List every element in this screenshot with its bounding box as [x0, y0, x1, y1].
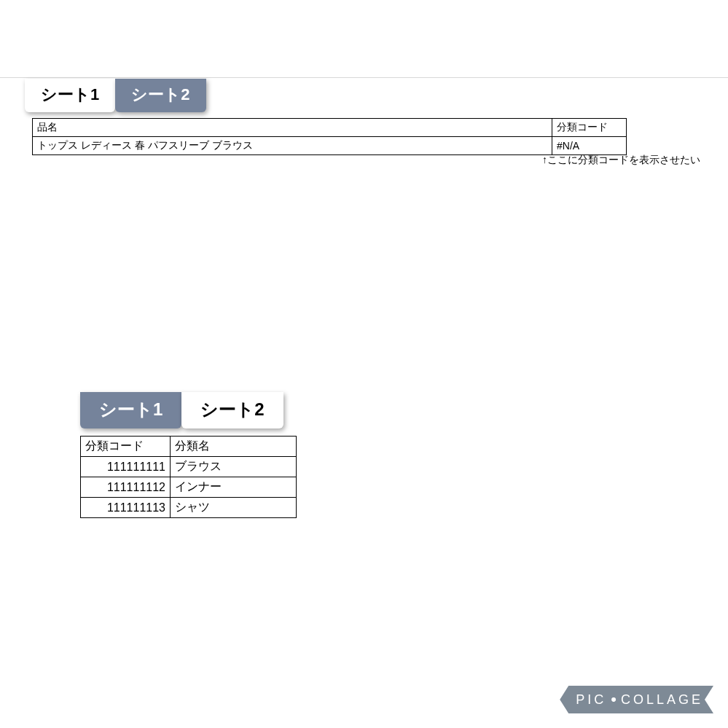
header-product-name: 品名: [33, 119, 552, 137]
cell-name[interactable]: シャツ: [171, 498, 297, 518]
lower-table: 分類コード 分類名 111111111 ブラウス 111111112 インナー …: [80, 436, 297, 518]
cell-code[interactable]: 111111113: [81, 498, 171, 518]
watermark-dot-icon: •: [611, 690, 617, 709]
cell-name[interactable]: インナー: [171, 477, 297, 498]
divider: [0, 77, 728, 78]
header-class-code: 分類コード: [81, 437, 171, 457]
table-row: トップス レディース 春 パフスリーブ ブラウス #N/A: [33, 137, 627, 155]
header-class-code: 分類コード: [552, 119, 627, 137]
table-row: 分類コード 分類名: [81, 437, 297, 457]
table-row: 111111112 インナー: [81, 477, 297, 498]
page-root: { "upper": { "tabs": [ { "label": "シート1"…: [0, 0, 728, 728]
table-row: 111111111 ブラウス: [81, 457, 297, 477]
cell-name[interactable]: ブラウス: [171, 457, 297, 477]
watermark-pic-collage: PIC • COLLAGE: [560, 686, 713, 713]
cell-class-code[interactable]: #N/A: [552, 137, 627, 155]
upper-table: 品名 分類コード トップス レディース 春 パフスリーブ ブラウス #N/A: [32, 118, 627, 155]
annotation-text: ↑ここに分類コードを表示させたい: [542, 154, 700, 167]
tab-sheet1-lower[interactable]: シート1: [80, 392, 181, 428]
cell-product-name[interactable]: トップス レディース 春 パフスリーブ ブラウス: [33, 137, 552, 155]
cell-code[interactable]: 111111111: [81, 457, 171, 477]
tab-sheet2-lower[interactable]: シート2: [181, 392, 283, 428]
tab-sheet1[interactable]: シート1: [25, 79, 115, 112]
watermark-right: COLLAGE: [621, 692, 703, 708]
tab-sheet2[interactable]: シート2: [115, 79, 206, 112]
table-row: 111111113 シャツ: [81, 498, 297, 518]
lower-tabs: シート1 シート2: [80, 392, 283, 428]
upper-tabs: シート1 シート2: [25, 79, 206, 112]
watermark-left: PIC: [576, 692, 606, 708]
table-row: 品名 分類コード: [33, 119, 627, 137]
cell-code[interactable]: 111111112: [81, 477, 171, 498]
header-class-name: 分類名: [171, 437, 297, 457]
